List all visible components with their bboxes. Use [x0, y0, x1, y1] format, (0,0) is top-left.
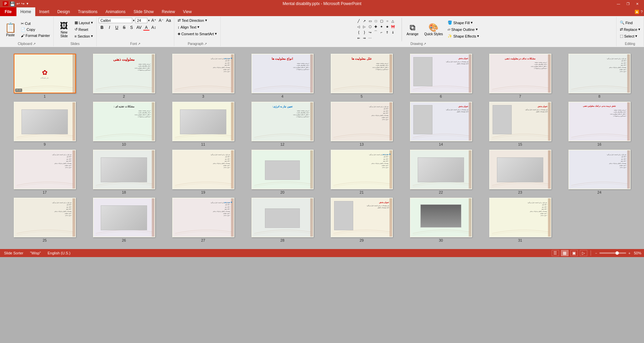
zoom-in-btn[interactable]: ＋: [628, 251, 631, 256]
tab-design[interactable]: Design: [53, 7, 74, 16]
shape-callout[interactable]: ▷: [362, 24, 367, 29]
shape-curve-arrow[interactable]: ↪: [367, 30, 373, 35]
shadow-button[interactable]: S: [128, 24, 135, 31]
slide-item-4[interactable]: انواع معلولیت ها• بررسی وضعیت موجود• ارا…: [244, 54, 320, 98]
slide-item-12[interactable]: تعبین نیاز به انرژی:• بررسی وضعیت موجود•…: [244, 102, 320, 146]
shape-darrow[interactable]: ⇓: [390, 30, 396, 35]
shape-uarrow[interactable]: ⇑: [384, 30, 390, 35]
reading-view-btn[interactable]: ▣: [570, 250, 578, 256]
slideshow-btn[interactable]: ▷: [580, 250, 587, 256]
text-direction-button[interactable]: ⇄ Text Direction ▾: [176, 17, 209, 23]
drawing-expand[interactable]: ↗: [423, 42, 426, 46]
qat-dropdown[interactable]: ▼: [26, 2, 29, 5]
font-size-selector[interactable]: [135, 18, 147, 23]
slide-item-6[interactable]: عنوان بخش متن توضیحات در این قسمت قرار م…: [403, 54, 479, 98]
reset-button[interactable]: ↺ Reset: [73, 27, 94, 32]
slide-item-8[interactable]: متن اول در این قسمت قرار می‌گیرد• نکته ا…: [561, 54, 637, 98]
cut-button[interactable]: ✂ Cut: [19, 21, 51, 27]
slide-item-18[interactable]: 18: [86, 150, 162, 194]
replace-button[interactable]: ⇄ Replace ▾: [618, 27, 642, 32]
tab-review[interactable]: Review: [158, 7, 179, 16]
minimize-button[interactable]: —: [614, 1, 623, 7]
layout-button[interactable]: ▦ Layout ▾: [73, 20, 94, 26]
new-slide-button[interactable]: 🖼 NewSlide: [56, 20, 73, 39]
shape-effects-button[interactable]: ✨ Shape Effects ▾: [446, 33, 480, 39]
align-text-button[interactable]: ↕ Align Text ▾: [176, 24, 201, 30]
slide-item-28[interactable]: 28: [244, 198, 320, 242]
slide-item-1[interactable]: ✿ نام دانشگاه00:151: [7, 54, 83, 98]
theme-label[interactable]: "Wisp": [29, 250, 42, 256]
spacing-button[interactable]: AV: [136, 24, 142, 31]
close-button[interactable]: ✕: [633, 1, 641, 7]
decrease-font-button[interactable]: A⁻: [158, 17, 165, 23]
shape-arrow[interactable]: ↗: [362, 18, 367, 23]
slide-item-30[interactable]: 30: [403, 198, 479, 242]
zoom-percent[interactable]: 50%: [634, 251, 641, 255]
bold-button[interactable]: B: [99, 24, 105, 31]
slide-item-11[interactable]: 11: [165, 102, 241, 146]
tab-file[interactable]: File: [0, 7, 16, 16]
shape-arc[interactable]: ⌒: [373, 30, 378, 35]
language-label[interactable]: English (U.S.): [46, 250, 72, 256]
paragraph-expand[interactable]: ↗: [204, 42, 207, 46]
tab-animations[interactable]: Animations: [101, 7, 129, 16]
zoom-out-btn[interactable]: －: [594, 251, 598, 256]
shape-star5[interactable]: ★: [384, 24, 390, 29]
tab-transitions[interactable]: Transitions: [74, 7, 101, 16]
slide-item-14[interactable]: عنوان بخش متن توضیحات در این قسمت قرار م…: [403, 102, 479, 146]
zoom-control[interactable]: － ＋ 50%: [594, 251, 641, 256]
shape-line[interactable]: ╱: [356, 18, 361, 23]
italic-button[interactable]: I: [106, 24, 113, 31]
shape-more[interactable]: ⋯: [367, 35, 373, 41]
slide-item-16[interactable]: نقش تربیت بدنی درکمک معلولین ذهنی• بررسی…: [561, 102, 637, 146]
shape-hexagon[interactable]: ⬡: [367, 24, 373, 29]
shape-square[interactable]: □: [373, 18, 378, 23]
tab-insert[interactable]: Insert: [35, 7, 53, 16]
font-name-dropdown[interactable]: ▾: [133, 19, 135, 22]
font-name-selector[interactable]: [99, 18, 132, 23]
increase-font-button[interactable]: A⁺: [150, 17, 157, 23]
normal-view-btn[interactable]: ☰: [552, 250, 559, 256]
qat-save[interactable]: 💾: [10, 1, 15, 6]
slide-item-21[interactable]: متن اول در این قسمت قرار می‌گیرد• نکته ا…: [324, 150, 400, 194]
tab-view[interactable]: View: [179, 7, 196, 16]
help-icon[interactable]: ?: [641, 10, 643, 14]
restore-button[interactable]: ❐: [624, 1, 632, 7]
view-mode-label[interactable]: Slide Sorter: [3, 250, 25, 256]
shape-oval[interactable]: ○: [384, 18, 390, 23]
slide-sorter-area[interactable]: ✿ نام دانشگاه00:151 معلولیت ذهنی• بررسی …: [0, 47, 644, 249]
slide-item-23[interactable]: 23: [482, 150, 558, 194]
copy-button[interactable]: 📄 Copy: [19, 27, 51, 33]
slide-item-5[interactable]: علل معلولیت ها• بررسی وضعیت موجود• ارائه…: [324, 54, 400, 98]
qat-redo[interactable]: ↪: [21, 1, 25, 6]
slide-item-15[interactable]: عنوان بخش متن توضیحات در این قسمت قرار م…: [482, 102, 558, 146]
slide-item-13[interactable]: متن اول در این قسمت قرار می‌گیرد• نکته ا…: [324, 102, 400, 146]
font-color-btn[interactable]: A: [143, 24, 150, 31]
shape-rarrow[interactable]: ⇒: [362, 35, 367, 41]
underline-button[interactable]: U: [113, 24, 120, 31]
section-button[interactable]: ≡ Section ▾: [73, 33, 94, 39]
font-size-dropdown[interactable]: ▾: [148, 19, 150, 22]
shape-ribbon[interactable]: 🎀: [390, 24, 396, 29]
shape-star4[interactable]: ✦: [379, 24, 384, 29]
slide-item-19[interactable]: متن اول در این قسمت قرار می‌گیرد• نکته ا…: [165, 150, 241, 194]
slide-item-7[interactable]: مشکلات نداف در معلولیت ذهنی• بررسی وضعیت…: [482, 54, 558, 98]
slide-item-29[interactable]: عنوان بخش متن توضیحات در این قسمت قرار م…: [324, 198, 400, 242]
tab-slideshow[interactable]: Slide Show: [130, 7, 158, 16]
shape-triangle[interactable]: △: [390, 18, 396, 23]
slide-item-24[interactable]: متن اول در این قسمت قرار می‌گیرد• نکته ا…: [561, 150, 637, 194]
select-button[interactable]: ⬚ Select ▾: [618, 33, 639, 39]
quick-styles-button[interactable]: 🎨 Quick Styles: [422, 21, 445, 37]
shape-round-rect[interactable]: ▢: [379, 18, 384, 23]
convert-smartart-button[interactable]: ◈ Convert to SmartArt ▾: [176, 31, 218, 37]
shape-brace-r[interactable]: }: [362, 30, 367, 35]
slide-item-3[interactable]: متن اول در این قسمت قرار می‌گیرد• نکته ا…: [165, 54, 241, 98]
shape-larrow[interactable]: ⇐: [356, 35, 361, 41]
slide-item-31[interactable]: متن اول در این قسمت قرار می‌گیرد• نکته ا…: [482, 198, 558, 242]
slide-item-26[interactable]: 26: [86, 198, 162, 242]
qat-undo[interactable]: ↩: [16, 1, 20, 6]
slide-item-20[interactable]: 20: [244, 150, 320, 194]
paste-button[interactable]: 📋 Paste: [2, 21, 19, 38]
slide-item-27[interactable]: متن اول در این قسمت قرار می‌گیرد• نکته ا…: [165, 198, 241, 242]
slide-item-10[interactable]: مشکلات تغذیه ای :• بررسی وضعیت موجود• ار…: [86, 102, 162, 146]
